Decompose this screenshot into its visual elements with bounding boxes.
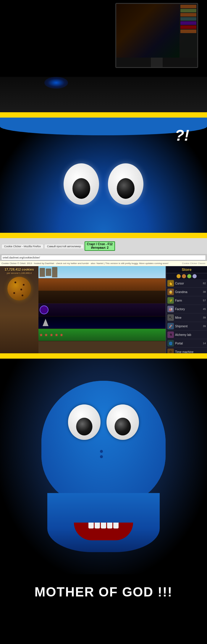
- mine-icon: ⛏: [167, 314, 174, 321]
- info-bar: Cookie Clicker © Orteil. 2013 · hosted b…: [0, 261, 207, 266]
- portal-circle: [40, 305, 48, 314]
- game-bar-3: [180, 13, 196, 17]
- blue-glow: [44, 77, 68, 89]
- sky-detail: [38, 266, 166, 278]
- game-store: Store 👆 Cursor 82 👵 Grandma 38 🌾 Farm 5: [166, 266, 207, 353]
- tooth-3: [101, 523, 106, 528]
- monster-teeth: [74, 523, 133, 528]
- cookie-chip-2: [20, 289, 22, 290]
- cookie-chip-4: [23, 284, 25, 286]
- big-cookie[interactable]: [7, 277, 31, 300]
- flowers-detail: ❀ ❀ ❀ ❀ ❀: [38, 329, 166, 341]
- store-item-factory[interactable]: 🏭 Factory 45: [166, 305, 207, 313]
- cookie-count: 17,728,412 cookies: [0, 266, 38, 272]
- monster-left-eye: [64, 163, 99, 205]
- building-3: [52, 267, 57, 277]
- browser-tab-1[interactable]: Cookie Clicker - Mozilla Firefox: [1, 244, 43, 248]
- monster-eyes-section: ?!: [0, 118, 207, 233]
- scene-row-underground: [38, 279, 166, 291]
- game-middle-panel: ❀ ❀ ❀ ❀ ❀: [38, 266, 166, 353]
- cookie-chip-5: [22, 295, 23, 296]
- monster-head-inner: [41, 381, 166, 505]
- start-stop-label: Старт / Стоп - F12: [87, 243, 113, 246]
- grandma-count: 38: [203, 290, 206, 293]
- monster-eyes-container: [64, 163, 143, 205]
- store-item-alchemy[interactable]: ⚗ Alchemy lab: [166, 331, 207, 339]
- monster-eyes-full: [68, 404, 139, 440]
- monster-right-eye-full: [106, 404, 139, 440]
- store-item-timemachine[interactable]: ⏱ Time machine: [166, 348, 207, 353]
- yellow-divider-3: [0, 353, 207, 359]
- portal-detail: [38, 303, 166, 316]
- scene-row-portal: [38, 303, 166, 316]
- monster-full-body: [35, 381, 172, 552]
- gaming-setup-section: [0, 0, 207, 112]
- tooth-4: [107, 523, 112, 528]
- cookie-per-second: per second 1,160,866.4: [0, 272, 38, 274]
- cookie-chip-3: [13, 292, 15, 294]
- gaming-monitor: [115, 3, 198, 68]
- monster-left-eye-full: [68, 404, 101, 440]
- game-section: Cookie Clicker - Mozilla Firefox Самый п…: [0, 238, 207, 353]
- game-bar-4: [180, 17, 196, 21]
- game-bar-6: [180, 25, 196, 29]
- cursor-icon: 👆: [167, 280, 174, 287]
- store-item-mine[interactable]: ⛏ Mine 39: [166, 313, 207, 322]
- store-icons-row: [166, 273, 207, 279]
- game-overlay: [179, 4, 197, 58]
- mother-of-god-section: MOTHER OF GOD !!!: [0, 574, 207, 610]
- shipment-icon: 🚀: [167, 323, 174, 329]
- cookie-clicker-classic-label: Cookie Clicker Classic: [182, 262, 206, 265]
- portal-count: 14: [203, 342, 206, 345]
- shipment-name: Shipment: [175, 325, 202, 328]
- cursor-name: Cursor: [175, 282, 202, 285]
- grandma-icon: 👵: [167, 289, 174, 295]
- store-item-portal[interactable]: 🌀 Portal 14: [166, 339, 207, 348]
- store-icon-2: [182, 274, 186, 278]
- farm-name: Farm: [175, 299, 202, 302]
- portal-name: Portal: [175, 342, 202, 345]
- desk-surface: [0, 77, 207, 112]
- building-2: [46, 269, 51, 276]
- question-marks: ?!: [175, 126, 189, 144]
- factory-icon: 🏭: [167, 306, 174, 312]
- space-detail: [38, 316, 166, 328]
- nostril-right: [100, 455, 103, 458]
- tooth-1: [88, 523, 94, 528]
- store-icon-1: [177, 274, 181, 278]
- interval-label: Интервал:: [91, 246, 106, 249]
- tooth-2: [95, 523, 100, 528]
- game-content: 17,728,412 cookies per second 1,160,866.…: [0, 266, 207, 353]
- scene-row-flowers: ❀ ❀ ❀ ❀ ❀: [38, 329, 166, 341]
- mine-count: 39: [203, 316, 206, 319]
- alchemy-name: Alchemy lab: [175, 333, 205, 336]
- game-bar-2: [180, 9, 196, 12]
- mother-of-god-text: MOTHER OF GOD !!!: [35, 585, 173, 599]
- browser-toolbar: orteil.dashnet.org/cookieclicker/: [0, 254, 207, 261]
- interval-row: Интервал: 2: [87, 246, 113, 250]
- game-bar-1: [180, 5, 196, 8]
- grandma-name: Grandma: [175, 290, 202, 294]
- factory-count: 45: [203, 308, 206, 310]
- store-icon-4: [193, 274, 197, 278]
- flowers-icons: ❀ ❀ ❀ ❀ ❀: [40, 333, 64, 337]
- shipment-count: 39: [203, 325, 206, 328]
- browser-tab-2[interactable]: Самый простой автокликер: [44, 244, 84, 248]
- alchemy-icon: ⚗: [167, 331, 174, 338]
- start-stop-box[interactable]: Старт / Стоп - F12 Интервал: 2: [85, 241, 115, 251]
- store-item-grandma[interactable]: 👵 Grandma 38: [166, 288, 207, 296]
- timemachine-name: Time machine: [175, 350, 205, 354]
- monster-right-pupil: [117, 178, 135, 199]
- game-bar-5: [180, 21, 196, 25]
- url-bar[interactable]: orteil.dashnet.org/cookieclicker/: [1, 255, 206, 260]
- store-item-cursor[interactable]: 👆 Cursor 82: [166, 279, 207, 288]
- store-item-farm[interactable]: 🌾 Farm 57: [166, 296, 207, 305]
- tooth-5: [113, 523, 119, 528]
- store-item-shipment[interactable]: 🚀 Shipment 39: [166, 322, 207, 331]
- portal-icon: 🌀: [167, 340, 174, 347]
- game-left-panel: 17,728,412 cookies per second 1,160,866.…: [0, 266, 38, 353]
- monster-right-eye: [108, 163, 143, 205]
- nostril-left: [100, 450, 103, 453]
- scene-row-space: [38, 316, 166, 329]
- store-title: Store: [166, 266, 207, 273]
